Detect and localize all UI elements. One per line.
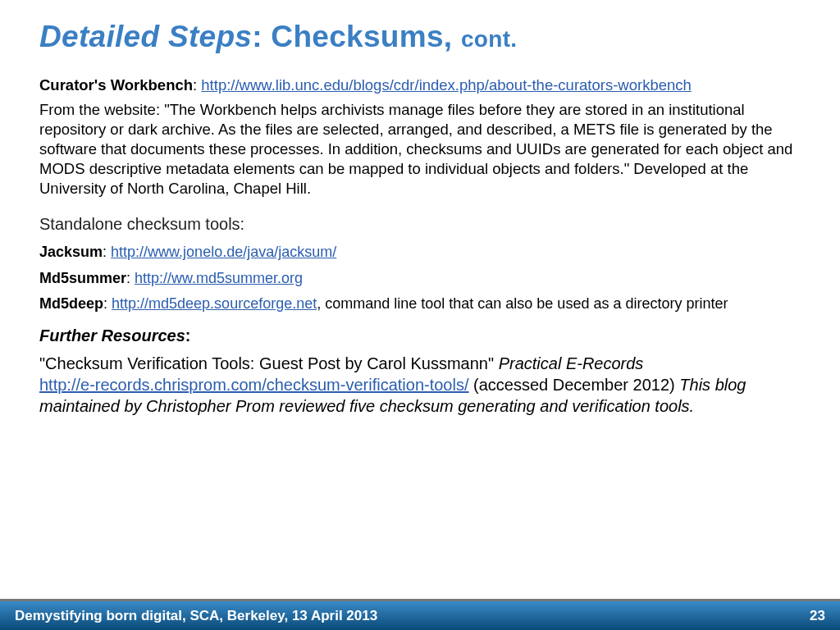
further-accessed: (accessed December 2012) [469, 376, 680, 394]
jacksum-label: Jacksum [39, 244, 103, 260]
curators-workbench-label: Curator's Workbench [39, 76, 193, 94]
tool-jacksum: Jacksum: http://www.jonelo.de/java/jacks… [39, 243, 801, 262]
slide-content: Curator's Workbench: http://www.lib.unc.… [0, 64, 840, 417]
title-part-1: Detailed Steps [39, 20, 252, 53]
curators-workbench-link[interactable]: http://www.lib.unc.edu/blogs/cdr/index.p… [201, 76, 691, 94]
further-source: Practical E-Records [499, 354, 644, 372]
further-link[interactable]: http://e-records.chrisprom.com/checksum-… [39, 376, 469, 394]
md5deep-label: Md5deep [39, 295, 103, 312]
md5deep-tail: , command line tool that can also be use… [317, 295, 728, 312]
further-resources-body: "Checksum Verification Tools: Guest Post… [39, 353, 801, 417]
tool-md5deep: Md5deep: http://md5deep.sourceforge.net,… [39, 294, 801, 313]
further-heading-text: Further Resources [39, 326, 185, 345]
tool-md5summer: Md5summer: http://ww.md5summer.org [39, 269, 801, 288]
footer-text: Demystifying born digital, SCA, Berkeley… [15, 608, 377, 624]
slide: Detailed Steps: Checksums, cont. Curator… [0, 0, 840, 630]
md5deep-link[interactable]: http://md5deep.sourceforge.net [112, 295, 317, 312]
jacksum-link[interactable]: http://www.jonelo.de/java/jacksum/ [111, 244, 336, 260]
curators-workbench-block: Curator's Workbench: http://www.lib.unc.… [39, 75, 801, 199]
curators-workbench-desc: From the website: "The Workbench helps a… [39, 100, 801, 199]
title-part-2: : Checksums, [252, 20, 461, 53]
text-colon: : [193, 76, 201, 94]
title-part-3: cont. [461, 26, 517, 52]
page-number: 23 [810, 608, 825, 624]
further-resources-heading: Further Resources: [39, 325, 801, 346]
slide-footer: Demystifying born digital, SCA, Berkeley… [0, 599, 840, 630]
slide-title: Detailed Steps: Checksums, cont. [0, 0, 840, 64]
md5summer-label: Md5summer [39, 270, 126, 286]
standalone-heading: Standalone checksum tools: [39, 213, 801, 235]
further-heading-colon: : [185, 326, 191, 345]
md5summer-link[interactable]: http://ww.md5summer.org [135, 270, 303, 286]
further-quote: "Checksum Verification Tools: Guest Post… [39, 354, 499, 372]
